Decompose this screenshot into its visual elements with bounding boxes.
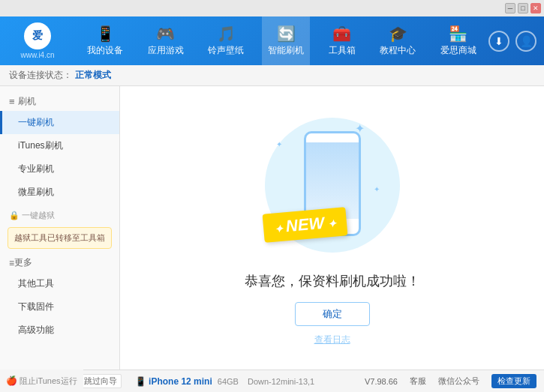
support-link[interactable]: 客服 (410, 376, 426, 387)
confirm-button[interactable]: 确定 (295, 302, 370, 326)
nav-istore[interactable]: 🏪 爱思商城 (434, 16, 482, 65)
footer-right: V7.98.66 客服 微信公众号 检查更新 (365, 374, 536, 388)
device-version: Down-12mini-13,1 (248, 377, 314, 386)
title-bar: ─ □ ✕ (0, 0, 544, 16)
version-text: V7.98.66 (365, 377, 398, 386)
wallpaper-icon: 🎵 (217, 25, 236, 43)
wechat-link[interactable]: 微信公众号 (438, 376, 479, 387)
toolbox-icon: 🧰 (332, 25, 351, 43)
phone-illustration: ✦ ✦ ✦ NEW (257, 110, 407, 260)
sidebar-item-itunes[interactable]: iTunes刷机 (0, 134, 119, 157)
logo-url: www.i4.cn (20, 51, 54, 59)
section-more-header: ≡ 更多 (0, 252, 119, 272)
header-right: ⬇ 👤 (488, 31, 544, 52)
gamepad-icon: 🎮 (156, 25, 175, 43)
device-info: 📱 iPhone 12 mini 64GB (135, 376, 239, 387)
sparkle-icon-3: ✦ (374, 185, 380, 193)
user-button[interactable]: 👤 (515, 31, 536, 52)
sidebar-item-advanced[interactable]: 高级功能 (0, 319, 119, 342)
list-icon: ≡ (9, 96, 15, 107)
status-bar: 设备连接状态： 正常模式 (0, 65, 544, 86)
logo-icon: 爱 (24, 22, 51, 49)
nav-my-device[interactable]: 📱 我的设备 (81, 16, 129, 65)
logo-area: 爱 www.i4.cn (0, 22, 75, 59)
footer: 自动推送 跳过向导 📱 iPhone 12 mini 64GB Down-12m… (0, 370, 544, 392)
tutorial-icon: 🎓 (389, 25, 407, 43)
itunes-icon: 🍎 (6, 376, 17, 386)
nav-tutorial[interactable]: 🎓 教程中心 (374, 16, 422, 65)
device-name: iPhone 12 mini (149, 376, 212, 387)
nav-apps-games[interactable]: 🎮 应用游戏 (142, 16, 190, 65)
sparkle-icon-2: ✦ (276, 140, 282, 148)
store-icon: 🏪 (449, 25, 467, 43)
minimize-button[interactable]: ─ (505, 3, 515, 13)
device-storage: 64GB (218, 377, 239, 386)
nav-wallpaper[interactable]: 🎵 铃声壁纸 (202, 16, 250, 65)
lock-icon: 🔒 (9, 211, 20, 220)
section-flash-header: ≡ 刷机 (0, 91, 119, 111)
close-button[interactable]: ✕ (530, 3, 541, 13)
status-value: 正常模式 (75, 69, 111, 82)
phone-icon: 📱 (96, 25, 115, 43)
maximize-button[interactable]: □ (518, 3, 528, 13)
sidebar-item-pro[interactable]: 专业刷机 (0, 157, 119, 181)
sidebar-item-download-firmware[interactable]: 下载固件 (0, 295, 119, 319)
status-label: 设备连接状态： (9, 69, 72, 82)
more-list-icon: ≡ (9, 258, 14, 268)
content-area: ✦ ✦ ✦ NEW 恭喜您，保资料刷机成功啦！ 确定 查看日志 (120, 86, 544, 370)
nav-smart-flash[interactable]: 🔄 智能刷机 (262, 16, 310, 65)
main-area: ≡ 刷机 一键刷机 iTunes刷机 专业刷机 微星刷机 🔒 一键越狱 越狱工具… (0, 86, 544, 370)
jailbreak-notice: 越狱工具已转移至工具箱 (8, 227, 112, 249)
nav-toolbox[interactable]: 🧰 工具箱 (323, 16, 362, 65)
sidebar-item-one-click[interactable]: 一键刷机 (0, 111, 119, 134)
update-button[interactable]: 检查更新 (491, 374, 536, 388)
flash-icon: 🔄 (277, 25, 296, 43)
phone-screen (306, 142, 359, 219)
view-log-link[interactable]: 查看日志 (314, 334, 350, 346)
itunes-status: 🍎 阻止iTunes运行 (0, 370, 83, 392)
nav-bar: 📱 我的设备 🎮 应用游戏 🎵 铃声壁纸 🔄 智能刷机 🧰 工具箱 🎓 教程中心… (75, 16, 488, 65)
section-rescue-header: 🔒 一键越狱 (0, 204, 119, 224)
sidebar-item-dual[interactable]: 微星刷机 (0, 181, 119, 204)
download-button[interactable]: ⬇ (488, 31, 509, 52)
sidebar: ≡ 刷机 一键刷机 iTunes刷机 专业刷机 微星刷机 🔒 一键越狱 越狱工具… (0, 86, 120, 370)
header: 爱 www.i4.cn 📱 我的设备 🎮 应用游戏 🎵 铃声壁纸 🔄 智能刷机 … (0, 16, 544, 65)
success-text: 恭喜您，保资料刷机成功啦！ (245, 272, 420, 290)
sidebar-item-other-tools[interactable]: 其他工具 (0, 272, 119, 295)
